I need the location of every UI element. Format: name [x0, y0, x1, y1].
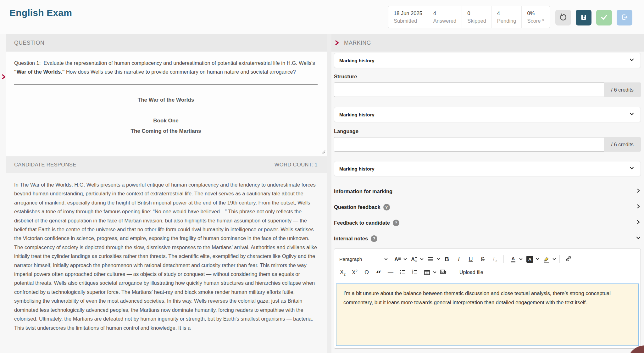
bold-icon: B: [445, 256, 449, 263]
special-character-button[interactable]: Ω: [361, 267, 372, 278]
passage-title: The War of the Worlds: [14, 95, 318, 105]
omega-icon: Ω: [364, 269, 369, 276]
upload-file-button[interactable]: Upload file: [456, 267, 485, 278]
editor-toolbar-row-2: X2 X2 Ω “ — 12 Upload fil: [334, 266, 641, 279]
structure-score-row: / 6 credits: [334, 82, 641, 97]
question-divider: [14, 84, 318, 85]
chevron-down-icon: [629, 57, 634, 64]
editor-toolbar-row-1: Paragraph A A B I U S Tx A: [334, 253, 641, 266]
italic-button[interactable]: I: [453, 254, 464, 265]
remove-format-icon: Tx: [492, 256, 497, 262]
text-alignment-button[interactable]: [425, 254, 440, 265]
image-upload-icon: [440, 268, 447, 277]
remove-format-button[interactable]: Tx: [489, 254, 500, 265]
font-color-button[interactable]: A: [507, 254, 523, 265]
text-cursor: [588, 299, 588, 305]
confirm-button[interactable]: [596, 10, 612, 25]
language-score-input[interactable]: [334, 137, 604, 152]
insert-image-button[interactable]: [438, 267, 448, 278]
undo-button[interactable]: [555, 10, 571, 25]
marking-history-card-overall[interactable]: Marking history: [334, 161, 641, 176]
candidate-response-header: CANDIDATE RESPONSE WORD COUNT: 1: [6, 156, 327, 173]
candidate-response-body: In The War of the Worlds, H.G. Wells pre…: [6, 173, 327, 353]
horizontal-line-icon: —: [388, 269, 393, 276]
chevron-right-icon: [636, 220, 641, 226]
horizontal-line-button[interactable]: —: [385, 267, 396, 278]
accordion-feedback-to-candidate[interactable]: Feedback to candidate ?: [334, 215, 641, 230]
font-size-icon: A: [409, 254, 419, 265]
chevron-down-icon: [636, 235, 641, 242]
chevron-down-icon: [437, 256, 440, 262]
page-title: English Exam: [9, 8, 72, 18]
font-family-icon: A: [392, 254, 403, 265]
toolbar-separator: [503, 255, 504, 263]
exit-button[interactable]: [617, 10, 632, 25]
table-icon: [422, 267, 432, 278]
insert-table-button[interactable]: [421, 267, 436, 278]
question-panel-title: QUESTION: [14, 40, 44, 46]
check-icon: [600, 13, 608, 22]
structure-credits-suffix: / 6 credits: [604, 82, 641, 97]
superscript-button[interactable]: X2: [349, 267, 360, 278]
question-panel-collapse-strip: [0, 34, 6, 353]
strikethrough-icon: S: [481, 256, 485, 263]
svg-text:A: A: [411, 256, 415, 262]
undo-icon: [559, 13, 567, 22]
accordion-information-for-marking[interactable]: Information for marking: [334, 184, 641, 199]
panel-divider: [327, 34, 331, 353]
collapse-marking-chevron-icon[interactable]: [335, 40, 340, 46]
font-background-button[interactable]: A: [524, 254, 539, 265]
collapse-question-chevron-icon[interactable]: [1, 74, 6, 81]
chevron-down-icon: [420, 256, 424, 262]
passage-chapter: The Coming of the Martians: [14, 126, 318, 136]
superscript-icon: X2: [352, 269, 358, 276]
align-icon: [425, 254, 436, 265]
bold-button[interactable]: B: [441, 254, 452, 265]
font-size-button[interactable]: A: [408, 254, 424, 265]
link-button[interactable]: [563, 254, 574, 265]
subscript-button[interactable]: X2: [337, 267, 348, 278]
help-icon[interactable]: ?: [371, 235, 377, 242]
marking-panel-header: MARKING: [331, 34, 644, 52]
candidate-response-title: CANDIDATE RESPONSE: [14, 162, 76, 168]
candidate-response-text: In The War of the Worlds, H.G. Wells pre…: [14, 180, 318, 332]
save-button[interactable]: [576, 10, 591, 25]
language-score-row: / 6 credits: [334, 137, 641, 152]
marking-history-card-language[interactable]: Marking history: [334, 107, 641, 122]
paragraph-style-dropdown[interactable]: Paragraph: [337, 254, 391, 265]
sign-out-icon: [621, 13, 629, 22]
block-quote-button[interactable]: “: [373, 267, 384, 278]
highlight-button[interactable]: [541, 254, 556, 265]
chevron-down-icon: [433, 270, 436, 275]
chevron-right-icon: [636, 188, 641, 194]
marking-panel-title: MARKING: [344, 40, 371, 46]
chevron-down-icon: [536, 256, 539, 262]
numbered-list-icon: 12: [411, 268, 418, 277]
help-icon[interactable]: ?: [383, 204, 390, 210]
structure-score-input[interactable]: [334, 82, 604, 97]
marking-history-card-structure[interactable]: Marking history: [334, 53, 641, 68]
accordion-internal-notes[interactable]: Internal notes ?: [334, 231, 641, 246]
italic-icon: I: [458, 256, 460, 263]
chevron-down-icon: [629, 165, 634, 172]
question-panel-header: QUESTION: [6, 34, 327, 52]
attempt-stats: 18 Jun 2025 Submitted 4 Answered 0 Skipp…: [388, 6, 550, 28]
numbered-list-button[interactable]: 12: [409, 267, 420, 278]
internal-notes-textarea[interactable]: I’m a bit unsure about the balance betwe…: [336, 283, 639, 346]
stat-answered: 4 Answered: [428, 6, 462, 28]
resize-handle-icon[interactable]: [321, 149, 325, 155]
internal-note-text: I’m a bit unsure about the balance betwe…: [343, 289, 631, 307]
highlighter-icon: [541, 254, 552, 265]
bulleted-list-button[interactable]: [397, 267, 408, 278]
subscript-icon: X2: [340, 269, 346, 276]
structure-label: Structure: [334, 74, 357, 80]
stat-skipped: 0 Skipped: [462, 6, 492, 28]
chevron-down-icon: [552, 256, 556, 262]
font-family-button[interactable]: A: [391, 254, 407, 265]
chevron-down-icon: [403, 256, 407, 262]
help-icon[interactable]: ?: [393, 220, 399, 226]
accordion-question-feedback[interactable]: Question feedback ?: [334, 199, 641, 215]
passage-book: Book One: [14, 115, 318, 126]
underline-button[interactable]: U: [465, 254, 476, 265]
strikethrough-button[interactable]: S: [477, 254, 488, 265]
